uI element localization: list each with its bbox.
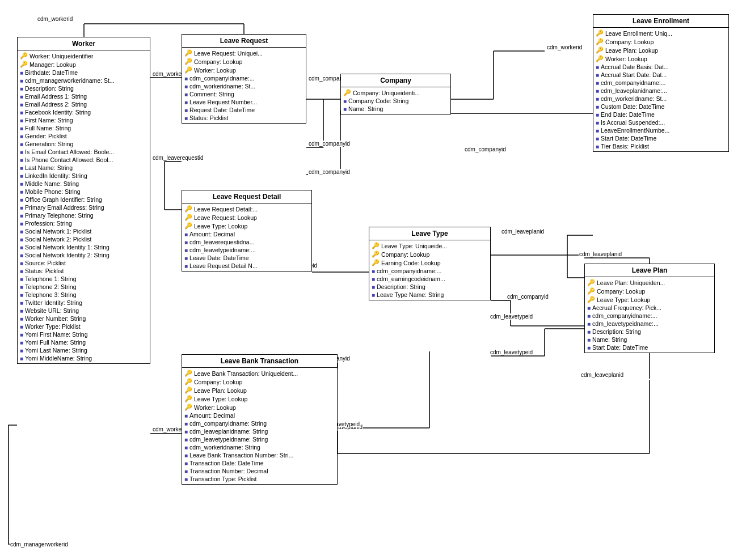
field-label: Worker: Uniqueidentifier	[29, 53, 93, 60]
field-icon: ■	[372, 276, 375, 282]
field-row: 🔑Earning Code: Lookup	[369, 258, 490, 267]
field-label: Primary Email Address: String	[25, 204, 104, 211]
field-row: 🔑Manager: Lookup	[18, 60, 150, 69]
key-icon: 🔑	[372, 242, 380, 249]
field-icon: ■	[20, 173, 23, 179]
entity-fields-worker: 🔑Worker: Uniqueidentifier🔑Manager: Looku…	[18, 50, 150, 363]
field-icon: ■	[20, 94, 23, 100]
field-icon: ■	[20, 101, 23, 108]
field-icon: ■	[596, 80, 599, 86]
field-icon: ■	[20, 244, 23, 251]
entity-worker: Worker🔑Worker: Uniqueidentifier🔑Manager:…	[17, 37, 150, 364]
label-cdm-leaveplanid-4: cdm_leaveplanid	[580, 372, 624, 378]
field-label: Leave Request: Uniquei...	[194, 50, 263, 57]
field-icon: ■	[20, 308, 23, 314]
field-label: Leave Plan: Uniqueiden...	[597, 279, 665, 286]
field-icon: ■	[184, 444, 188, 451]
key-icon: 🔑	[343, 89, 351, 96]
field-label: Social Network 1: Picklist	[25, 228, 91, 235]
entity-leave_type: Leave Type🔑Leave Type: Uniqueide...🔑Comp…	[369, 227, 491, 300]
field-label: Worker: Lookup	[194, 67, 236, 74]
field-row: ■Start Date: DateTime	[585, 343, 714, 351]
field-row: 🔑Worker: Lookup	[593, 54, 728, 63]
field-row: ■Social Network Identity 2: String	[18, 251, 150, 259]
label-cdm-leavetypeid-4: cdm_leavetypeid	[490, 349, 533, 355]
field-label: Source: Picklist	[25, 260, 66, 266]
field-row: ■Status: Picklist	[18, 267, 150, 275]
field-icon: ■	[587, 345, 591, 351]
fkey-icon: 🔑	[372, 259, 380, 266]
field-label: Transaction Date: DateTime	[189, 460, 264, 466]
field-row: ■Company Code: String	[341, 97, 450, 105]
field-row: ■Email Address 1: String	[18, 92, 150, 100]
field-label: Leave Type: Lookup	[194, 223, 247, 230]
diagram-container: cdm_workerid cdm_workerid cdm_workerid c…	[0, 0, 746, 560]
field-row: ■cdm_leaveplanidname: String	[182, 427, 337, 435]
field-label: cdm_workeridname: St...	[601, 95, 667, 102]
field-icon: ■	[20, 197, 23, 203]
field-row: ■Mobile Phone: String	[18, 188, 150, 196]
field-row: ■Description: String	[585, 328, 714, 336]
field-label: Accrual Date Basis: Dat...	[601, 63, 669, 70]
field-icon: ■	[596, 64, 599, 70]
entity-fields-leave_request: 🔑Leave Request: Uniquei...🔑Company: Look…	[182, 48, 306, 123]
field-label: Transaction Number: Decimal	[189, 468, 268, 474]
field-label: Accrual Frequency: Pick...	[592, 304, 661, 311]
field-icon: ■	[587, 329, 591, 335]
field-label: Email Address 2: String	[25, 101, 87, 108]
field-row: ■cdm_companyidname:...	[369, 267, 490, 275]
field-row: ■Amount: Decimal	[182, 411, 337, 419]
fkey-icon: 🔑	[184, 387, 192, 394]
field-row: ■Accrual Start Date: Dat...	[593, 71, 728, 79]
label-cdm-leaverequestid-1: cdm_leaverequestid	[152, 155, 204, 161]
field-icon: ■	[372, 268, 375, 274]
field-label: Yomi Full Name: String	[25, 339, 86, 346]
field-icon: ■	[184, 263, 188, 269]
key-icon: 🔑	[184, 49, 192, 57]
field-icon: ■	[184, 115, 188, 121]
field-icon: ■	[20, 189, 23, 195]
field-row: 🔑Company: Lookup	[585, 287, 714, 295]
field-icon: ■	[20, 228, 23, 235]
field-label: Amount: Decimal	[189, 412, 235, 419]
field-label: Worker: Lookup	[194, 404, 236, 411]
field-icon: ■	[587, 305, 591, 311]
field-row: 🔑Leave Bank Transaction: Uniqueident...	[182, 369, 337, 377]
field-label: Leave Plan: Lookup	[605, 47, 658, 54]
field-row: ■Last Name: String	[18, 164, 150, 172]
field-label: cdm_leavetypeidname:...	[189, 247, 256, 253]
field-icon: ■	[184, 239, 188, 245]
field-row: ■Transaction Date: DateTime	[182, 459, 337, 467]
field-row: ■Worker Number: String	[18, 315, 150, 323]
field-icon: ■	[596, 88, 599, 94]
entity-fields-leave_type: 🔑Leave Type: Uniqueide...🔑Company: Looku…	[369, 240, 490, 300]
field-label: Company Code: String	[348, 97, 408, 104]
field-label: cdm_companyidname:...	[592, 312, 657, 319]
field-label: Is Phone Contact Allowed: Bool...	[25, 156, 113, 163]
field-label: First Name: String	[25, 117, 73, 124]
field-icon: ■	[596, 72, 599, 78]
field-icon: ■	[20, 276, 23, 282]
field-icon: ■	[20, 300, 23, 306]
field-row: ■cdm_leavetypeidname:...	[585, 320, 714, 328]
field-icon: ■	[343, 98, 347, 104]
field-label: Leave Bank Transaction Number: Stri...	[189, 452, 293, 459]
entity-fields-leave_bank_transaction: 🔑Leave Bank Transaction: Uniqueident...🔑…	[182, 368, 337, 484]
entity-title-company: Company	[341, 74, 450, 87]
field-label: cdm_leaveplanidname: String	[189, 428, 268, 435]
field-icon: ■	[184, 436, 188, 443]
field-icon: ■	[184, 231, 188, 237]
field-icon: ■	[596, 135, 599, 142]
field-row: ■Twitter Identity: String	[18, 299, 150, 307]
field-row: ■Primary Email Address: String	[18, 203, 150, 211]
label-cdm-workerid-top: cdm_workerid	[37, 16, 73, 22]
field-row: ■cdm_workeridname: St...	[593, 95, 728, 103]
field-icon: ■	[20, 78, 23, 84]
field-label: cdm_managerworkeridname: St...	[25, 77, 115, 84]
entity-title-leave_request_detail: Leave Request Detail	[182, 190, 311, 203]
field-icon: ■	[20, 133, 23, 139]
field-icon: ■	[20, 347, 23, 354]
field-row: 🔑Leave Plan: Lookup	[182, 386, 337, 394]
field-label: Telephone 2: String	[25, 283, 76, 290]
field-row: ■LeaveEnrollmentNumbe...	[593, 126, 728, 134]
